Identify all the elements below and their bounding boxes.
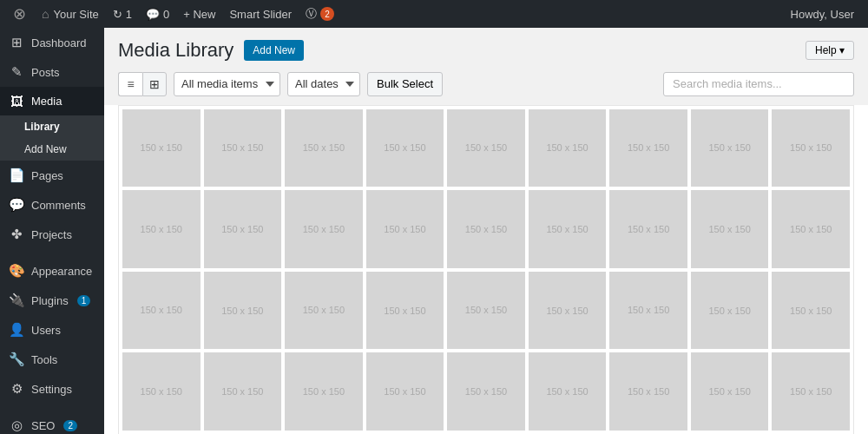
media-thumb[interactable]: 150 x 150	[529, 272, 607, 350]
posts-icon: ✎	[9, 64, 24, 80]
sidebar-item-library[interactable]: Library	[0, 115, 104, 138]
media-thumb[interactable]: 150 x 150	[204, 190, 282, 268]
grid-view-button[interactable]: ⊞	[142, 72, 167, 96]
media-thumb[interactable]: 150 x 150	[772, 352, 850, 431]
sidebar-label-users: Users	[31, 324, 61, 337]
adminbar-new[interactable]: + New	[176, 0, 222, 28]
media-thumb[interactable]: 150 x 150	[285, 109, 363, 187]
plugins-icon: 🔌	[9, 293, 24, 308]
sidebar-item-tools[interactable]: 🔧 Tools	[0, 345, 104, 374]
sidebar-label-dashboard: Dashboard	[31, 36, 87, 49]
media-thumb[interactable]: 150 x 150	[204, 109, 282, 187]
media-thumb[interactable]: 150 x 150	[366, 272, 444, 350]
sidebar-label-appearance: Appearance	[31, 265, 92, 278]
sidebar-item-users[interactable]: 👤 Users	[0, 315, 104, 345]
updates-count: 1	[126, 8, 132, 21]
adminbar-visual-composer[interactable]: Ⓥ 2	[299, 0, 341, 28]
media-thumb[interactable]: 150 x 150	[609, 190, 687, 268]
comments-sidebar-icon: 💬	[9, 197, 24, 213]
filter-date[interactable]: All dates	[287, 72, 360, 96]
grid-view-icon: ⊞	[149, 77, 160, 91]
media-thumb[interactable]: 150 x 150	[285, 272, 363, 350]
media-thumb[interactable]: 150 x 150	[772, 109, 850, 187]
sidebar-item-posts[interactable]: ✎ Posts	[0, 57, 104, 87]
appearance-icon: 🎨	[9, 263, 24, 279]
help-button[interactable]: Help ▾	[806, 41, 854, 60]
sidebar-item-settings[interactable]: ⚙ Settings	[0, 374, 104, 404]
sidebar-label-settings: Settings	[31, 383, 72, 396]
media-thumb[interactable]: 150 x 150	[529, 190, 607, 268]
howdy-label: Howdy, User	[784, 8, 861, 21]
media-thumb[interactable]: 150 x 150	[122, 352, 201, 431]
media-thumb[interactable]: 150 x 150	[772, 272, 850, 350]
home-icon: ⌂	[42, 7, 49, 21]
media-thumb[interactable]: 150 x 150	[691, 190, 769, 268]
comments-count: 0	[163, 8, 169, 21]
adminbar-items: ↻ 1 💬 0 + New Smart Slider Ⓥ 2	[106, 0, 784, 28]
sidebar: ⊞ Dashboard ✎ Posts 🖼 Media Library Add …	[0, 28, 104, 434]
media-thumb[interactable]: 150 x 150	[447, 190, 525, 268]
media-thumb[interactable]: 150 x 150	[609, 272, 687, 350]
media-thumb[interactable]: 150 x 150	[204, 352, 282, 431]
sidebar-item-seo[interactable]: ◎ SEO 2	[0, 411, 104, 434]
sidebar-label-comments: Comments	[31, 199, 86, 212]
media-submenu: Library Add New	[0, 115, 104, 161]
adminbar-right: Howdy, User	[784, 8, 861, 21]
settings-icon: ⚙	[9, 381, 24, 397]
media-thumb[interactable]: 150 x 150	[122, 190, 201, 268]
media-thumb[interactable]: 150 x 150	[366, 190, 444, 268]
sidebar-item-pages[interactable]: 📄 Pages	[0, 161, 104, 190]
wp-logo-icon[interactable]: ⊗	[7, 0, 31, 28]
new-label: + New	[183, 8, 215, 21]
sidebar-label-seo: SEO	[31, 419, 55, 432]
sidebar-item-comments[interactable]: 💬 Comments	[0, 190, 104, 220]
media-thumb[interactable]: 150 x 150	[447, 109, 525, 187]
media-thumb[interactable]: 150 x 150	[122, 109, 201, 187]
media-thumb[interactable]: 150 x 150	[122, 272, 201, 350]
adminbar-comments[interactable]: 💬 0	[139, 0, 176, 28]
media-thumb[interactable]: 150 x 150	[772, 190, 850, 268]
updates-icon: ↻	[113, 8, 122, 21]
comments-icon: 💬	[146, 8, 160, 21]
search-input[interactable]	[663, 72, 854, 96]
sidebar-item-projects[interactable]: ✤ Projects	[0, 220, 104, 249]
bulk-select-button[interactable]: Bulk Select	[367, 72, 443, 96]
main-content: Media Library Add New Help ▾ ≡ ⊞ All med…	[104, 28, 868, 434]
add-new-button[interactable]: Add New	[244, 40, 304, 61]
media-thumb[interactable]: 150 x 150	[285, 190, 363, 268]
media-thumb[interactable]: 150 x 150	[691, 109, 769, 187]
list-view-button[interactable]: ≡	[118, 72, 142, 96]
sidebar-item-plugins[interactable]: 🔌 Plugins 1	[0, 286, 104, 315]
media-thumb[interactable]: 150 x 150	[691, 272, 769, 350]
site-name-item[interactable]: ⌂ Your Site	[35, 7, 106, 21]
seo-icon: ◎	[9, 418, 24, 433]
media-thumb[interactable]: 150 x 150	[204, 272, 282, 350]
media-thumb[interactable]: 150 x 150	[447, 352, 525, 431]
media-thumb[interactable]: 150 x 150	[285, 352, 363, 431]
media-toolbar: ≡ ⊞ All media items All dates Bulk Selec…	[104, 63, 868, 105]
pages-icon: 📄	[9, 168, 24, 183]
media-thumb[interactable]: 150 x 150	[609, 352, 687, 431]
view-toggle: ≡ ⊞	[118, 72, 167, 96]
media-thumb[interactable]: 150 x 150	[691, 352, 769, 431]
media-thumb[interactable]: 150 x 150	[447, 272, 525, 350]
media-thumb[interactable]: 150 x 150	[609, 109, 687, 187]
plugins-badge: 1	[77, 295, 91, 306]
vc-badge: 2	[320, 7, 334, 21]
media-thumb[interactable]: 150 x 150	[529, 352, 607, 431]
content-header: Media Library Add New Help ▾	[104, 28, 868, 63]
media-thumb[interactable]: 150 x 150	[366, 352, 444, 431]
adminbar-updates[interactable]: ↻ 1	[106, 0, 139, 28]
adminbar-smart-slider[interactable]: Smart Slider	[222, 0, 299, 28]
sidebar-item-dashboard[interactable]: ⊞ Dashboard	[0, 28, 104, 57]
sidebar-item-appearance[interactable]: 🎨 Appearance	[0, 256, 104, 286]
main-layout: ⊞ Dashboard ✎ Posts 🖼 Media Library Add …	[0, 28, 868, 434]
sidebar-item-media[interactable]: 🖼 Media	[0, 87, 104, 115]
media-thumb[interactable]: 150 x 150	[529, 109, 607, 187]
sidebar-item-add-new-media[interactable]: Add New	[0, 138, 104, 161]
media-thumb[interactable]: 150 x 150	[366, 109, 444, 187]
list-view-icon: ≡	[127, 77, 134, 91]
media-icon: 🖼	[9, 94, 24, 108]
sidebar-label-pages: Pages	[31, 169, 63, 182]
filter-media-type[interactable]: All media items	[174, 72, 280, 96]
